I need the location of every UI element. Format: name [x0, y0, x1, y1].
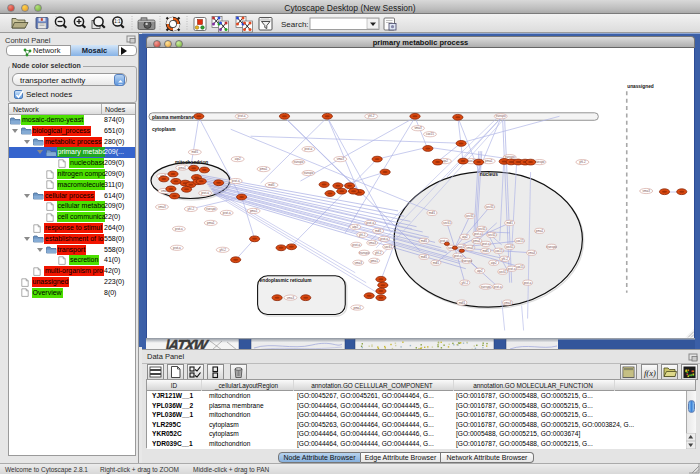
svg-text:transpo: transpo: [293, 160, 303, 164]
svg-text:mdl1: mdl1: [483, 249, 490, 253]
svg-text:sec61: sec61: [486, 205, 494, 209]
svg-text:unassigned: unassigned: [627, 84, 654, 89]
svg-text:transpo: transpo: [359, 251, 369, 255]
svg-text:pma1: pma1: [354, 306, 362, 310]
svg-text:plasma membrane: plasma membrane: [152, 115, 194, 120]
svg-text:mdl1: mdl1: [421, 239, 428, 243]
svg-text:f(x): f(x): [644, 368, 656, 378]
svg-text:vma3: vma3: [158, 205, 166, 209]
svg-text:Search:: Search:: [281, 20, 309, 29]
svg-text:1:1: 1:1: [114, 19, 121, 24]
svg-text:sec61: sec61: [506, 245, 514, 249]
svg-text:yhl-2: yhl-2: [188, 207, 195, 211]
svg-text:pma1: pma1: [207, 221, 215, 225]
svg-text:prot-a: prot-a: [494, 285, 502, 289]
svg-text:vma3: vma3: [643, 189, 651, 193]
svg-text:sec61: sec61: [384, 245, 392, 249]
svg-text:prot-a: prot-a: [223, 211, 231, 215]
svg-text:pma1: pma1: [473, 239, 481, 243]
svg-text:yhl-2: yhl-2: [579, 160, 586, 164]
svg-text:prot-a: prot-a: [232, 179, 240, 183]
svg-text:cox15: cox15: [516, 239, 524, 243]
svg-text:pma1: pma1: [485, 159, 493, 163]
svg-text:cox15: cox15: [426, 132, 434, 136]
svg-text:yhl-2: yhl-2: [462, 281, 469, 285]
svg-text:transpo: transpo: [535, 160, 545, 164]
svg-text:transpo: transpo: [303, 171, 313, 175]
svg-text:prot-a: prot-a: [524, 281, 532, 285]
svg-text:transpo: transpo: [206, 207, 216, 211]
svg-text:atp2: atp2: [491, 261, 497, 265]
svg-text:mdl1: mdl1: [192, 150, 199, 154]
svg-text:atp2: atp2: [477, 269, 483, 273]
svg-text:mdl1: mdl1: [459, 301, 466, 305]
svg-text:prot-a: prot-a: [454, 254, 462, 258]
svg-text:yhl-2: yhl-2: [501, 257, 508, 261]
svg-text:vma3: vma3: [504, 301, 512, 305]
svg-text:yhl-2: yhl-2: [368, 114, 375, 118]
svg-text:prot-a: prot-a: [201, 191, 209, 195]
svg-text:cox15: cox15: [495, 249, 503, 253]
svg-text:mdl1: mdl1: [429, 211, 436, 215]
svg-text:transpo: transpo: [496, 114, 506, 118]
svg-text:prot-a: prot-a: [238, 114, 246, 118]
svg-text:mdl1: mdl1: [421, 255, 428, 259]
svg-text:vma3: vma3: [528, 251, 536, 255]
svg-text:yhl-2: yhl-2: [220, 248, 227, 252]
svg-text:prot-a: prot-a: [305, 147, 313, 151]
svg-text:nucleus: nucleus: [480, 172, 498, 177]
svg-text:prot-a: prot-a: [380, 237, 388, 241]
svg-text:endoplasmic reticulum: endoplasmic reticulum: [260, 278, 312, 283]
svg-text:transpo: transpo: [462, 259, 472, 263]
svg-text:pma1: pma1: [260, 167, 268, 171]
svg-text:pma1: pma1: [536, 229, 544, 233]
svg-text:pma1: pma1: [250, 209, 258, 213]
svg-text:vma3: vma3: [355, 261, 363, 265]
svg-text:sec61: sec61: [443, 221, 451, 225]
svg-text:atp2: atp2: [462, 235, 468, 239]
svg-text:atp2: atp2: [352, 225, 358, 229]
svg-text:mdl1: mdl1: [375, 229, 382, 233]
svg-text:sec61: sec61: [478, 227, 486, 231]
svg-text:prot-a: prot-a: [508, 267, 516, 271]
svg-text:vma3: vma3: [337, 157, 345, 161]
svg-text:atp2: atp2: [235, 157, 241, 161]
svg-text:sec61: sec61: [466, 214, 474, 218]
svg-text:mitochondrion: mitochondrion: [175, 160, 208, 165]
svg-text:prot-a: prot-a: [366, 221, 374, 225]
svg-text:cytoplasm: cytoplasm: [152, 127, 176, 132]
svg-text:pma1: pma1: [179, 166, 187, 170]
svg-text:prot-a: prot-a: [352, 243, 360, 247]
svg-text:vma3: vma3: [369, 241, 377, 245]
svg-text:mdl1: mdl1: [268, 183, 275, 187]
svg-text:mdl1: mdl1: [506, 221, 513, 225]
svg-text:pma1: pma1: [370, 259, 378, 263]
svg-text:transpo: transpo: [547, 245, 557, 249]
svg-text:vma3: vma3: [414, 126, 422, 130]
svg-text:vma3: vma3: [466, 246, 474, 250]
svg-text:prot-a: prot-a: [474, 232, 482, 236]
svg-text:mdl1: mdl1: [433, 261, 440, 265]
svg-text:sec61: sec61: [488, 233, 496, 237]
svg-text:sec61: sec61: [499, 270, 507, 274]
svg-text:prot-a: prot-a: [173, 246, 181, 250]
svg-text:transpo: transpo: [481, 285, 491, 289]
svg-text:prot-a: prot-a: [175, 227, 183, 231]
svg-text:prot-a: prot-a: [482, 242, 490, 246]
svg-text:yhl-2: yhl-2: [359, 233, 366, 237]
svg-text:yhl-2: yhl-2: [375, 251, 382, 255]
svg-text:vma3: vma3: [287, 296, 295, 300]
